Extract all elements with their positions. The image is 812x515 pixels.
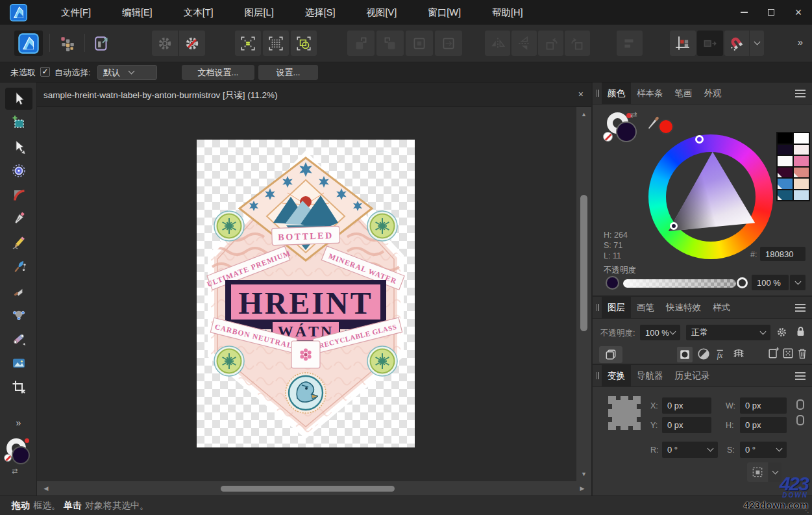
rotation-dropdown[interactable]: 0 ° — [662, 442, 718, 458]
tab-stroke[interactable]: 笔画 — [669, 82, 698, 104]
swatch[interactable] — [793, 167, 809, 179]
lock-button[interactable] — [795, 325, 806, 338]
more-tools-button[interactable]: » — [0, 418, 37, 428]
toolbar-overflow-button[interactable]: » — [798, 36, 803, 47]
mask-layer-button[interactable] — [677, 347, 693, 362]
layer-opacity-dropdown[interactable]: 100 % — [640, 325, 680, 340]
x-input[interactable]: 0 px — [662, 397, 711, 414]
snapping-options-dropdown[interactable] — [750, 31, 764, 56]
pixel-persona-button[interactable] — [55, 31, 79, 56]
menu-file[interactable]: 文件[F] — [45, 1, 106, 25]
designer-persona-button[interactable] — [14, 31, 43, 56]
y-input[interactable]: 0 px — [662, 417, 711, 433]
swatch[interactable] — [793, 155, 809, 167]
pen-tool[interactable] — [5, 208, 32, 230]
w-input[interactable]: 0 px — [740, 397, 787, 414]
tab-quick-fx[interactable]: 快速特效 — [660, 297, 707, 318]
knife-tool[interactable] — [5, 280, 32, 302]
toggle-guides-button[interactable] — [152, 31, 178, 56]
panel-drag-handle[interactable] — [593, 82, 602, 104]
swap-colors-icon[interactable]: ⇄ — [630, 110, 637, 119]
replace-selection-button[interactable] — [435, 31, 462, 56]
corner-tool[interactable] — [5, 184, 32, 206]
shear-dropdown[interactable]: 0 ° — [740, 442, 787, 458]
point-transform-tool[interactable] — [5, 160, 32, 182]
panel-menu-icon[interactable] — [795, 304, 806, 312]
anchor-point-selector[interactable] — [607, 394, 642, 433]
flip-horizontal-button[interactable] — [485, 31, 510, 56]
swatch[interactable] — [793, 132, 809, 144]
tab-layers[interactable]: 图层 — [602, 297, 631, 318]
auto-select-dropdown[interactable]: 默认 — [97, 65, 157, 80]
blend-mode-dropdown[interactable]: 正常 — [686, 325, 770, 340]
vector-brush-tool[interactable] — [5, 256, 32, 278]
panel-menu-icon[interactable] — [795, 372, 806, 380]
menu-layer[interactable]: 图层[L] — [229, 1, 289, 25]
menu-select[interactable]: 选择[S] — [289, 1, 351, 25]
settings-button[interactable]: 设置... — [258, 65, 318, 80]
minimize-button[interactable] — [730, 0, 757, 25]
delete-layer-button[interactable] — [796, 347, 809, 360]
fill-swatch[interactable] — [12, 446, 30, 464]
menu-text[interactable]: 文本[T] — [168, 1, 229, 25]
guides-manager-button[interactable] — [179, 31, 205, 56]
artboard-page[interactable]: ULTIMATE PREMIUM MINERAL WATER BOTTLED H… — [197, 140, 415, 447]
snap-to-object-button[interactable] — [291, 31, 317, 56]
swatch[interactable] — [777, 132, 793, 144]
picked-color-swatch[interactable] — [658, 119, 674, 134]
move-origin-button[interactable] — [670, 31, 696, 56]
scroll-right-icon[interactable]: ▶ — [576, 485, 589, 492]
swatch[interactable] — [777, 190, 793, 201]
none-swatch[interactable] — [4, 454, 12, 462]
menu-window[interactable]: 窗口[W] — [412, 1, 476, 25]
vertical-scrollbar[interactable]: ▲ ▼ — [576, 107, 591, 481]
mesh-warp-tool[interactable] — [5, 304, 32, 326]
panel-menu-icon[interactable] — [795, 90, 806, 97]
rotate-ccw-button[interactable] — [538, 31, 563, 56]
shade-selector[interactable] — [670, 222, 678, 230]
swatch[interactable] — [777, 167, 793, 179]
scroll-down-icon[interactable]: ▼ — [576, 471, 591, 477]
node-tool[interactable] — [5, 136, 32, 158]
document-tab[interactable]: sample-hreint-watn-label-by-anton-burmis… — [43, 90, 278, 101]
maximize-button[interactable] — [757, 0, 785, 25]
resize-grip[interactable]: ⋱ — [803, 507, 810, 514]
export-persona-button[interactable] — [90, 31, 114, 56]
fill-swatch[interactable] — [616, 121, 637, 142]
adjustment-layer-button[interactable] — [696, 347, 711, 361]
pencil-tool[interactable] — [5, 232, 32, 254]
menu-view[interactable]: 视图[V] — [351, 1, 412, 25]
tab-transform[interactable]: 变换 — [602, 365, 631, 386]
opacity-dropdown[interactable] — [790, 275, 806, 290]
horizontal-scroll-thumb[interactable] — [221, 486, 395, 492]
move-tool[interactable] — [5, 88, 32, 110]
artboard-tool[interactable] — [5, 112, 32, 134]
live-filter-button[interactable] — [732, 347, 746, 361]
snap-to-grid-button[interactable] — [235, 31, 261, 56]
swatch[interactable] — [793, 190, 809, 201]
panel-drag-handle[interactable] — [593, 297, 602, 318]
force-pixel-alignment-button[interactable] — [263, 31, 289, 56]
hex-input[interactable]: 180830 — [760, 247, 806, 261]
swatch[interactable] — [793, 178, 809, 190]
panel-drag-handle[interactable] — [593, 365, 602, 386]
insert-behind-button[interactable] — [347, 31, 375, 56]
insert-in-front-button[interactable] — [376, 31, 404, 56]
hue-selector[interactable] — [695, 135, 704, 144]
transparency-tool[interactable] — [5, 328, 32, 350]
tab-styles[interactable]: 样式 — [707, 297, 736, 318]
layer-effects-button[interactable]: fx — [715, 347, 729, 361]
snapping-toggle-button[interactable] — [724, 31, 749, 56]
none-swatch[interactable] — [603, 132, 613, 142]
alignment-button[interactable] — [617, 31, 643, 56]
place-image-tool[interactable] — [5, 352, 32, 374]
opacity-slider[interactable] — [623, 279, 736, 288]
swatch[interactable] — [777, 178, 793, 190]
scroll-left-icon[interactable]: ◀ — [40, 485, 53, 492]
color-wheel[interactable] — [648, 134, 773, 259]
rotate-cw-button[interactable] — [565, 31, 590, 56]
tab-history[interactable]: 历史记录 — [669, 365, 716, 386]
fill-stroke-selector[interactable]: ⇄ — [4, 437, 34, 473]
opacity-slider-knob[interactable] — [737, 277, 748, 288]
edit-all-layers-button[interactable] — [599, 346, 622, 363]
